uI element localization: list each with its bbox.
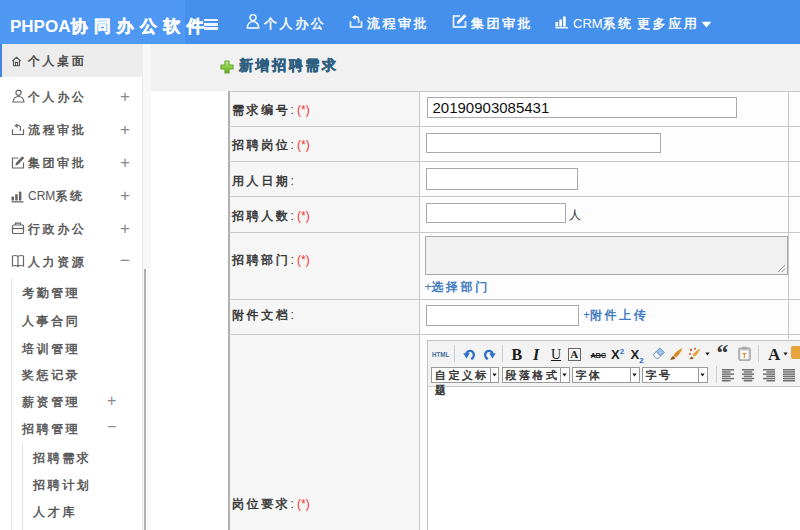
svg-text:T: T bbox=[742, 351, 747, 360]
